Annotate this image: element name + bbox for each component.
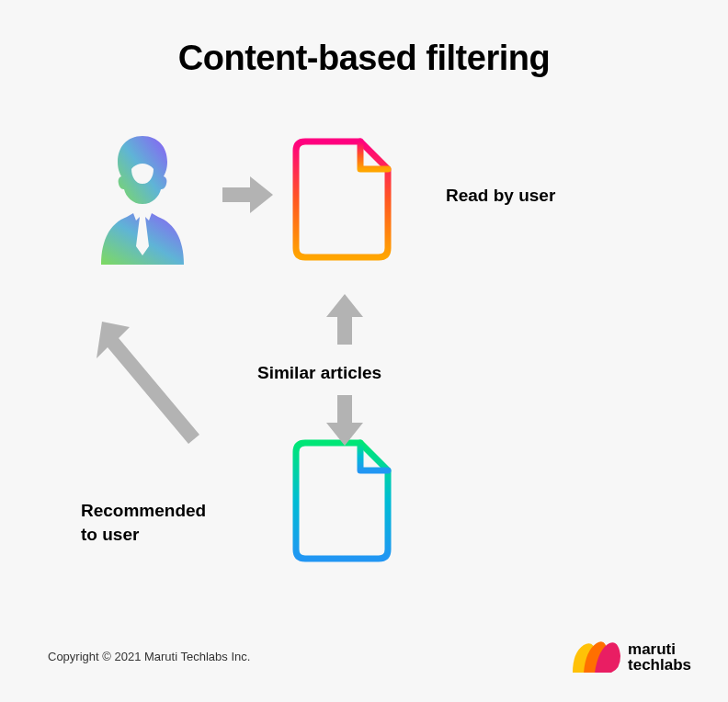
svg-marker-12 [97,322,199,444]
logo-text: maruti techlabs [628,641,691,673]
diagram-title: Content-based filtering [0,39,728,78]
label-similar-articles: Similar articles [257,363,381,383]
logo-text-line2: techlabs [628,657,691,673]
label-recommended-line2: to user [81,525,139,544]
logo-mark-icon [573,640,620,674]
maruti-techlabs-logo: maruti techlabs [573,640,691,674]
arrow-down-icon [326,395,363,446]
arrow-right-icon [222,176,273,213]
document-recommended-icon [292,439,393,563]
document-read-icon [292,138,393,262]
arrow-diagonal-icon [97,322,207,450]
copyright-text: Copyright © 2021 Maruti Techlabs Inc. [48,650,250,663]
label-recommended-to-user: Recommended to user [81,499,206,546]
label-read-by-user: Read by user [446,186,555,206]
arrow-up-icon [326,294,363,345]
label-recommended-line1: Recommended [81,501,206,520]
logo-text-line1: maruti [628,641,691,657]
user-icon [83,129,202,266]
